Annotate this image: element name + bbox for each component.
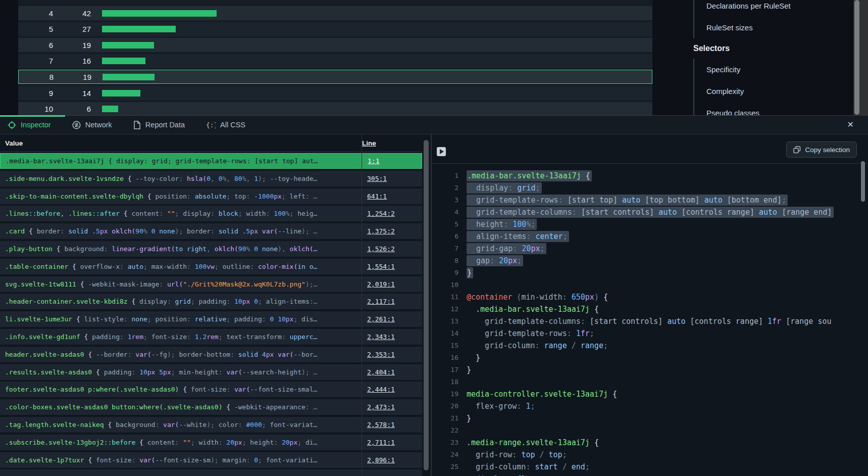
table-row[interactable]: .tag.length.svelte-naikeq { background: … bbox=[0, 417, 422, 433]
sidebar-item-complexity[interactable]: Complexity bbox=[694, 80, 853, 102]
syntax-ln: [range end] bbox=[777, 208, 832, 217]
line-link[interactable]: 2,404:1 bbox=[362, 368, 395, 376]
code-text: } bbox=[467, 364, 471, 376]
sidebar-item-ruleset-sizes[interactable]: RuleSet sizes bbox=[694, 17, 853, 38]
run-play-button[interactable] bbox=[437, 147, 446, 156]
syntax-brace: { bbox=[586, 171, 590, 180]
table-row[interactable] bbox=[0, 469, 422, 476]
table-row[interactable]: .lines::before, .lines::after { content:… bbox=[0, 206, 422, 221]
syntax-brace: { bbox=[84, 333, 92, 341]
syntax-num: 10 bbox=[139, 368, 147, 376]
syntax-sel: li.svelte-1ume3ur bbox=[5, 315, 76, 323]
line-link[interactable]: 2,353:1 bbox=[362, 351, 395, 358]
syntax-punc: : bbox=[246, 456, 254, 464]
line-link[interactable]: 2,117:1 bbox=[362, 298, 395, 305]
line-link[interactable]: 1,254:2 bbox=[362, 210, 395, 217]
syntax-punc: : bbox=[167, 298, 175, 305]
table-row[interactable]: .skip-to-main-content.svelte-dbylqh { po… bbox=[0, 188, 422, 204]
line-column-header[interactable]: Line bbox=[356, 139, 376, 147]
sidebar-item-declarations-per-ruleset[interactable]: Declarations per RuleSet bbox=[694, 0, 853, 17]
table-row[interactable]: svg.svelte-1tw8111 { -webkit-mask-image:… bbox=[0, 276, 422, 292]
syntax-brace: { bbox=[594, 438, 599, 447]
table-row[interactable]: .info.svelte-gd1unf { padding: 1rem; fon… bbox=[0, 329, 422, 345]
line-link[interactable]: 1,554:1 bbox=[362, 263, 395, 270]
line-number: 5 bbox=[432, 218, 458, 230]
table-row[interactable]: .subscribe.svelte-13gboj2::before { cont… bbox=[0, 435, 422, 450]
line-link[interactable]: 2,444:1 bbox=[362, 386, 395, 393]
syntax-prop: align-items bbox=[467, 232, 526, 241]
table-row[interactable]: .media-bar.svelte-13aai7j { display: gri… bbox=[0, 153, 422, 169]
syntax-prop: -webkit-appearance bbox=[234, 403, 305, 411]
chart-row-5[interactable]: 527 bbox=[18, 22, 652, 36]
chart-row-4[interactable]: 442 bbox=[18, 6, 652, 20]
syntax-kw: range bbox=[581, 341, 603, 350]
table-row[interactable]: .date.svelte-1p7tuxr { font-size: var(--… bbox=[0, 452, 422, 468]
code-text: media-controller.svelte-13aai7j { bbox=[467, 388, 617, 400]
window-scrollbar-track[interactable] bbox=[853, 0, 868, 115]
syntax-num: 0 bbox=[219, 175, 223, 182]
line-link[interactable]: 2,473:1 bbox=[362, 403, 395, 411]
chart-row-8[interactable]: 819 bbox=[18, 70, 652, 84]
chart-row-9[interactable]: 914 bbox=[18, 86, 652, 100]
table-row[interactable]: li.svelte-1ume3ur { list-style: none; po… bbox=[0, 311, 422, 327]
chart-bar bbox=[102, 42, 154, 49]
table-row[interactable]: header.svelte-asdas0 { --border: var(--f… bbox=[0, 347, 422, 362]
chart-count-value: 19 bbox=[54, 73, 91, 81]
selection-highlight: } bbox=[467, 267, 473, 278]
table-row[interactable]: .table-container { overflow-x: auto; max… bbox=[0, 259, 422, 274]
table-row[interactable]: .play-button { background: linear-gradie… bbox=[0, 241, 422, 257]
editor-scrollbar-thumb[interactable] bbox=[861, 161, 865, 202]
table-row[interactable]: .card { border: solid .5px oklch(90% 0 n… bbox=[0, 223, 422, 239]
tab-network[interactable]: Network bbox=[72, 121, 112, 129]
rule-value-cell: .media-bar.svelte-13aai7j { display: gri… bbox=[1, 157, 362, 165]
syntax-kw: grid bbox=[152, 157, 168, 165]
syntax-unit: px bbox=[274, 193, 282, 200]
line-number: 3 bbox=[432, 194, 458, 206]
line-link[interactable]: 2,896:1 bbox=[362, 456, 395, 464]
table-row[interactable]: .results.svelte-asdas0 { padding: 10px 5… bbox=[0, 364, 422, 380]
table-row[interactable]: footer.svelte-asdas0 p:where(.svelte-asd… bbox=[0, 382, 422, 397]
tab-all-css[interactable]: {:}All CSS bbox=[206, 121, 245, 129]
tab-report-data[interactable]: Report Data bbox=[133, 121, 185, 129]
syntax-ln: [start controls] bbox=[590, 317, 668, 326]
table-scrollbar-thumb[interactable] bbox=[424, 140, 429, 470]
chart-row-7[interactable]: 716 bbox=[18, 54, 652, 68]
syntax-num: 4 bbox=[262, 351, 266, 358]
chart-row-10[interactable]: 106 bbox=[18, 102, 652, 115]
code-line-24: 24 grid-row: top / top; bbox=[432, 449, 868, 461]
syntax-prop: flex-grow bbox=[467, 402, 517, 411]
syntax-sel: .side-menu.dark.svelte-1vsndze bbox=[5, 175, 128, 182]
syntax-punc: : … bbox=[305, 193, 317, 200]
line-link[interactable]: 2,711:1 bbox=[362, 439, 395, 446]
top-region: 442527619716819914106 Declarations per R… bbox=[0, 0, 868, 115]
line-link[interactable]: 2,578:1 bbox=[362, 421, 395, 429]
window-scrollbar-thumb[interactable] bbox=[854, 0, 859, 115]
syntax-fn: var( bbox=[278, 351, 293, 358]
tab-inspector[interactable]: Inspector bbox=[8, 121, 51, 129]
line-link[interactable]: 1,375:2 bbox=[362, 227, 395, 235]
syntax-ln: [start top] bbox=[568, 196, 622, 205]
line-link[interactable]: 641:1 bbox=[362, 193, 387, 200]
table-scrollbar-track[interactable] bbox=[422, 134, 431, 476]
syntax-prop: border-bottom bbox=[179, 351, 230, 358]
sidebar-item-pseudo-classes[interactable]: Pseudo classes bbox=[694, 102, 853, 115]
table-row[interactable]: .color-boxes.svelte-asdas0 button:where(… bbox=[0, 399, 422, 415]
line-link[interactable]: 1:1 bbox=[362, 157, 379, 165]
table-row[interactable]: .header-container.svelte-kbdi8z { displa… bbox=[0, 294, 422, 309]
sidebar-item-specificity[interactable]: Specificity bbox=[694, 59, 853, 80]
close-icon[interactable]: ✕ bbox=[847, 120, 854, 129]
line-link[interactable]: 2,261:1 bbox=[362, 315, 395, 323]
line-link[interactable]: 1,526:2 bbox=[362, 245, 395, 253]
copy-selection-button[interactable]: Copy selection bbox=[786, 141, 857, 158]
line-link[interactable]: 2,343:1 bbox=[362, 333, 395, 341]
syntax-prop: --search-height bbox=[242, 368, 301, 376]
line-link[interactable]: 2,019:1 bbox=[362, 280, 395, 288]
chart-row-6[interactable]: 619 bbox=[18, 38, 652, 52]
table-row[interactable]: .side-menu.dark.svelte-1vsndze { --toy-c… bbox=[0, 171, 422, 186]
syntax-punc: ( bbox=[512, 293, 521, 302]
line-link[interactable]: 305:1 bbox=[362, 175, 387, 182]
syntax-unit: px bbox=[250, 227, 258, 235]
syntax-brace: { bbox=[29, 227, 37, 235]
syntax-unit: vw bbox=[207, 263, 215, 270]
syntax-brace: { bbox=[57, 245, 65, 253]
